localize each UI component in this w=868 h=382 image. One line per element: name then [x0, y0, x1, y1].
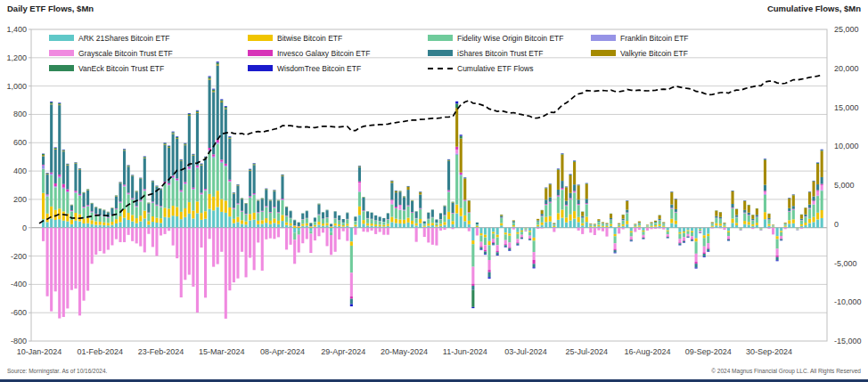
bar-segment-franklin — [463, 200, 466, 201]
bar-segment-grayscale — [139, 228, 142, 247]
bar-segment-ishares — [107, 212, 110, 217]
bar-segment-invesco — [808, 207, 811, 208]
legend-item-wisdomtree: WisdomTree Bitcoin ETF — [248, 61, 428, 76]
bar-segment-valkyrie — [176, 138, 178, 139]
bar-segment-vaneck — [265, 189, 267, 190]
bar-segment-grayscale — [581, 228, 584, 234]
bars-layer — [42, 61, 823, 319]
bar-segment-invesco — [281, 199, 283, 199]
bar-segment-ark — [346, 226, 348, 228]
bar-segment-vaneck — [172, 132, 175, 133]
bar-segment-bitwise — [471, 240, 474, 244]
bar-segment-fidelity — [419, 209, 422, 219]
bar-segment-ark — [411, 224, 414, 228]
bar-segment-vaneck — [577, 185, 580, 186]
bar-segment-vaneck — [460, 136, 463, 139]
bar-segment-fidelity — [545, 205, 547, 217]
bar-segment-grayscale — [390, 200, 393, 204]
bar-segment-bitwise — [301, 224, 304, 225]
bar-segment-invesco — [115, 208, 118, 209]
bar-segment-bitwise — [407, 218, 410, 223]
bar-segment-ishares — [439, 214, 442, 220]
bar-segment-grayscale — [151, 228, 154, 248]
bar-segment-bitwise — [719, 224, 722, 225]
bar-segment-invesco — [573, 191, 576, 191]
bar-segment-bitwise — [504, 232, 507, 234]
bar-segment-bitwise — [488, 241, 491, 245]
bar-segment-ark — [241, 224, 243, 227]
bar-segment-ishares — [577, 199, 580, 204]
bar-segment-grayscale — [642, 235, 644, 238]
bar-segment-bitwise — [395, 219, 397, 224]
legend-label: Cumulative ETF Flows — [457, 64, 534, 73]
bar-segment-bitwise — [553, 226, 555, 227]
bar-segment-bitwise — [711, 226, 714, 227]
bar-segment-ishares — [151, 182, 154, 201]
bar-segment-valkyrie — [723, 223, 725, 224]
bar-segment-wisdomtree — [821, 150, 823, 150]
bar-segment-ark — [642, 228, 644, 231]
bar-segment-ishares — [435, 220, 438, 224]
left-axis-tick-label: 600 — [13, 138, 27, 147]
x-axis-tick-label: 11-Jun-2024 — [443, 347, 487, 356]
bar-segment-ishares — [683, 241, 685, 243]
bar-segment-valkyrie — [711, 223, 714, 224]
bar-segment-ishares — [261, 199, 264, 211]
bar-segment-ark — [808, 223, 811, 227]
bar-segment-invesco — [42, 165, 45, 166]
bar-segment-wisdomtree — [196, 110, 199, 111]
bar-segment-grayscale — [301, 228, 304, 243]
bar-segment-vaneck — [119, 183, 121, 183]
bar-segment-ark — [358, 215, 361, 227]
bar-segment-grayscale — [634, 228, 636, 232]
bar-segment-ishares — [253, 165, 256, 193]
bar-segment-ishares — [800, 219, 803, 220]
bar-segment-ishares — [792, 206, 795, 209]
bar-segment-bitwise — [176, 207, 178, 217]
bar-segment-fidelity — [756, 217, 758, 223]
bar-segment-ishares — [630, 240, 633, 240]
bar-segment-invesco — [74, 191, 77, 192]
bar-segment-ishares — [638, 223, 641, 224]
bar-segment-ark — [715, 225, 717, 228]
bar-segment-fidelity — [155, 206, 158, 218]
bar-segment-vaneck — [86, 189, 89, 190]
bar-segment-valkyrie — [594, 224, 596, 224]
legend-label: Grayscale Bitcoin Trust ETF — [78, 49, 173, 58]
bar-segment-ishares — [816, 184, 819, 191]
bar-segment-bitwise — [160, 218, 162, 223]
bar-segment-bitwise — [565, 217, 568, 222]
bar-segment-bitwise — [630, 232, 633, 232]
bar-segment-grayscale — [143, 228, 146, 253]
bar-segment-ishares — [723, 224, 725, 224]
bar-segment-grayscale — [435, 228, 438, 246]
bar-segment-ishares — [496, 252, 499, 255]
bar-segment-grayscale — [245, 228, 248, 278]
bar-segment-ark — [225, 213, 227, 228]
bar-segment-ark — [236, 222, 239, 227]
bar-segment-fidelity — [585, 204, 588, 216]
bar-segment-fidelity — [83, 207, 86, 218]
bar-segment-bitwise — [707, 234, 709, 236]
bar-segment-bitwise — [188, 202, 191, 214]
bar-segment-bitwise — [452, 221, 454, 224]
bar-segment-invesco — [707, 248, 709, 248]
bar-segment-valkyrie — [605, 223, 608, 224]
bar-segment-ishares — [565, 201, 568, 205]
bar-segment-bitwise — [723, 226, 725, 227]
bar-segment-bitwise — [99, 222, 102, 225]
left-axis-tick-label: 1,000 — [6, 82, 27, 91]
bar-segment-bitwise — [309, 227, 312, 228]
bar-segment-fidelity — [634, 225, 636, 226]
bar-segment-wisdomtree — [707, 251, 709, 252]
bar-segment-franklin — [212, 157, 215, 158]
bar-segment-bitwise — [281, 215, 283, 221]
bar-segment-ark — [813, 222, 815, 227]
bar-segment-grayscale — [622, 228, 625, 230]
bar-segment-grayscale — [62, 228, 65, 317]
legend-item-bitwise: Bitwise Bitcoin ETF — [248, 30, 428, 45]
bar-segment-bitwise — [821, 210, 823, 218]
bar-segment-fidelity — [723, 224, 725, 226]
bar-segment-invesco — [528, 239, 531, 240]
bar-segment-grayscale — [200, 228, 202, 248]
